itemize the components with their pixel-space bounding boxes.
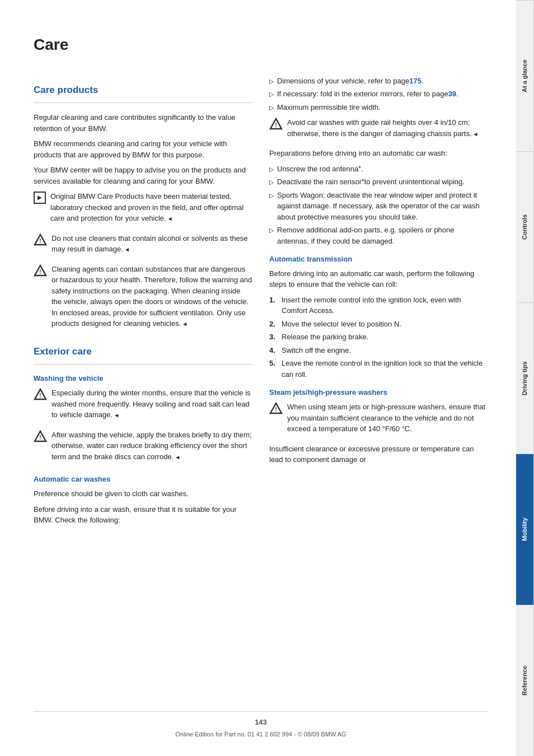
bmw-care-products-notice: ▶ Original BMW Care Products have been m… — [34, 191, 252, 228]
winter-washing-text: Especially during the winter months, ens… — [51, 388, 252, 421]
svg-text:!: ! — [39, 269, 41, 275]
step-1: 1.Insert the remote control into the ign… — [269, 295, 488, 316]
checklist-item-dimensions: Dimensions of your vehicle, refer to pag… — [269, 76, 488, 87]
care-products-para1: Regular cleaning and care contributes si… — [34, 112, 252, 134]
brakes-dry-text: After washing the vehicle, apply the bra… — [51, 430, 252, 463]
preparations-para: Preparations before driving into an auto… — [269, 148, 488, 159]
no-alcohol-text: Do not use cleaners that contain alcohol… — [51, 233, 252, 255]
washing-vehicle-title: Washing the vehicle — [34, 374, 252, 384]
svg-text:!: ! — [39, 435, 41, 441]
tab-at-a-glance[interactable]: At a glance — [516, 0, 534, 151]
prep-item-rain-sensor: Deactivate the rain sensor* to prevent u… — [269, 176, 488, 188]
left-column: Care products Regular cleaning and care … — [34, 72, 252, 701]
page-number: 143 — [34, 717, 488, 728]
prep-list: Unscrew the rod antenna*. Deactivate the… — [269, 164, 488, 247]
step-5: 5.Leave the remote control in the igniti… — [269, 358, 488, 380]
warning-icon-1: ! — [34, 234, 47, 246]
guide-rail-text: Avoid car washes with guide rail heights… — [287, 117, 488, 139]
carwash-checklist: Dimensions of your vehicle, refer to pag… — [269, 76, 488, 113]
bmw-care-products-text: Original BMW Care Products have been mat… — [50, 191, 252, 224]
page-footer: 143 Online Edition for Part no. 01 41 2 … — [34, 711, 488, 739]
prep-item-addon-parts: Remove additional add-on parts, e.g. spo… — [269, 225, 488, 246]
auto-carwash-para2: Before driving into a car wash, ensure t… — [34, 504, 252, 526]
svg-text:!: ! — [39, 238, 41, 244]
svg-text:!: ! — [275, 407, 277, 413]
tab-reference[interactable]: Reference — [516, 605, 534, 756]
right-column: Dimensions of your vehicle, refer to pag… — [269, 72, 488, 701]
footer-text: Online Edition for Part no. 01 41 2 602 … — [175, 731, 346, 738]
brakes-dry-notice: ! After washing the vehicle, apply the b… — [34, 430, 252, 467]
page-title: Care — [34, 34, 488, 57]
care-products-para2: BMW recommends cleaning and caring for y… — [34, 138, 252, 160]
section-divider — [34, 102, 252, 103]
checklist-item-mirrors: If necessary: fold in the exterior mirro… — [269, 88, 488, 100]
steam-jets-title: Steam jets/high-pressure washers — [269, 388, 488, 398]
auto-carwash-title: Automatic car washes — [34, 474, 252, 485]
care-products-para3: Your BMW center will be happy to advise … — [34, 165, 252, 186]
warning-icon-5: ! — [269, 118, 283, 130]
steam-jets-notice: ! When using steam jets or high-pressure… — [269, 402, 488, 439]
tab-mobility[interactable]: Mobility — [516, 454, 534, 605]
exterior-care-divider — [34, 364, 252, 365]
side-tabs: At a glance Controls Driving tips Mobili… — [516, 0, 534, 756]
warning-icon-2: ! — [34, 264, 47, 277]
prep-item-antenna: Unscrew the rod antenna*. — [269, 164, 488, 175]
tab-driving-tips[interactable]: Driving tips — [516, 302, 534, 454]
warning-icon-3: ! — [34, 388, 47, 400]
guide-rail-notice: ! Avoid car washes with guide rail heigh… — [269, 117, 488, 143]
auto-transmission-para: Before driving into an automatic car was… — [269, 268, 488, 290]
svg-text:!: ! — [275, 122, 277, 128]
care-products-title: Care products — [34, 83, 252, 97]
cleaning-agents-text: Cleaning agents can contain substances t… — [51, 264, 252, 329]
auto-carwash-para1: Preference should be given to cloth car … — [34, 488, 252, 500]
checklist-item-tirewidth: Maximum permissible tire width. — [269, 102, 488, 113]
tab-controls[interactable]: Controls — [516, 151, 534, 302]
prep-item-sports-wagon: Sports Wagon: deactivate the rear window… — [269, 190, 488, 223]
main-content: Care Care products Regular cleaning and … — [0, 0, 516, 756]
transmission-steps: 1.Insert the remote control into the ign… — [269, 295, 488, 380]
cleaning-agents-notice: ! Cleaning agents can contain substances… — [34, 264, 252, 334]
page-wrapper: Care Care products Regular cleaning and … — [0, 0, 534, 756]
step-3: 3.Release the parking brake. — [269, 332, 488, 343]
two-column-layout: Care products Regular cleaning and care … — [34, 72, 488, 701]
exterior-care-title: Exterior care — [34, 345, 252, 359]
steam-jets-warning-text: When using steam jets or high-pressure w… — [287, 402, 488, 435]
step-2: 2.Move the selector lever to position N. — [269, 319, 488, 330]
warning-icon-6: ! — [269, 402, 283, 414]
no-alcohol-notice: ! Do not use cleaners that contain alcoh… — [34, 233, 252, 259]
play-icon: ▶ — [34, 192, 46, 204]
winter-washing-notice: ! Especially during the winter months, e… — [34, 388, 252, 425]
step-4: 4.Switch off the engine. — [269, 345, 488, 356]
steam-jets-para: Insufficient clearance or excessive pres… — [269, 444, 488, 465]
warning-icon-4: ! — [34, 430, 47, 442]
svg-text:!: ! — [39, 393, 41, 399]
auto-transmission-title: Automatic transmission — [269, 254, 488, 265]
